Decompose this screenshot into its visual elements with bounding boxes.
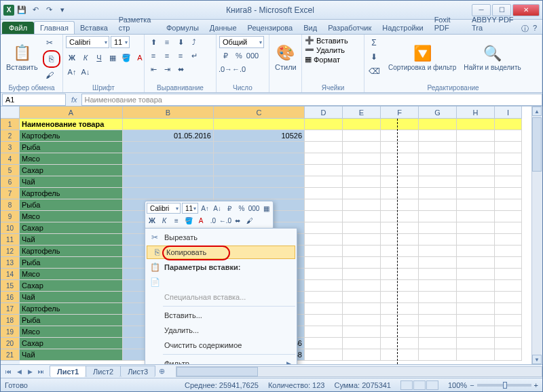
align-center-button[interactable]: ≡ — [161, 50, 173, 62]
cell[interactable] — [495, 292, 522, 303]
cell[interactable] — [495, 130, 522, 142]
mini-fill-color[interactable]: 🪣 — [183, 215, 194, 226]
mini-dec-dec[interactable]: ←.0 — [220, 215, 231, 226]
cell[interactable] — [457, 269, 495, 280]
col-header-F[interactable]: F — [381, 106, 419, 119]
sheet-tab-3[interactable]: Лист3 — [120, 366, 155, 377]
cell[interactable] — [343, 176, 381, 188]
cell[interactable] — [495, 234, 522, 246]
shrink-font-button[interactable]: A↓ — [79, 66, 92, 78]
cell[interactable] — [343, 153, 381, 165]
cell[interactable] — [495, 222, 522, 234]
indent-dec-button[interactable]: ⇤ — [147, 63, 160, 75]
ctx-copy[interactable]: ⎘Копировать — [147, 246, 295, 259]
cell[interactable] — [305, 188, 343, 199]
tab-view[interactable]: Вид — [298, 22, 322, 34]
align-top-button[interactable]: ⬆ — [147, 36, 160, 48]
row-header[interactable]: 17 — [1, 303, 20, 315]
row-header[interactable]: 14 — [1, 269, 20, 280]
mini-inc-dec[interactable]: .0 — [208, 215, 219, 226]
cell[interactable] — [495, 142, 522, 153]
cell[interactable] — [419, 257, 457, 269]
sheet-nav-prev[interactable]: ◀ — [14, 367, 24, 376]
cell[interactable] — [305, 246, 343, 257]
cell[interactable] — [123, 176, 214, 188]
qat-redo[interactable]: ↷ — [43, 4, 55, 16]
sheet-nav-first[interactable]: ⏮ — [3, 367, 13, 376]
formula-bar[interactable]: Наименование товара — [81, 94, 542, 106]
cell[interactable]: 10526 — [214, 130, 305, 142]
indent-inc-button[interactable]: ⇥ — [161, 63, 173, 75]
zoom-in-button[interactable]: + — [534, 381, 538, 389]
row-header[interactable]: 9 — [1, 211, 20, 222]
autosum-button[interactable]: Σ — [367, 36, 381, 50]
col-header-B[interactable]: B — [123, 106, 214, 119]
cell[interactable] — [495, 176, 522, 188]
row-header[interactable]: 18 — [1, 315, 20, 326]
row-header[interactable]: 19 — [1, 326, 20, 338]
sort-filter-button[interactable]: 🔽 Сортировка и фильтр — [386, 36, 459, 79]
row-header[interactable]: 6 — [1, 176, 20, 188]
cell[interactable] — [457, 188, 495, 199]
col-header-A[interactable]: A — [20, 106, 123, 119]
cell[interactable] — [381, 199, 419, 211]
cell[interactable]: Наименование товара — [20, 119, 123, 130]
cell[interactable] — [495, 188, 522, 199]
mini-font-combo[interactable]: Calibri — [147, 203, 181, 214]
cell[interactable]: 01.05.2016 — [123, 130, 214, 142]
ctx-delete[interactable]: Удалить... — [145, 323, 297, 338]
col-header-D[interactable]: D — [305, 106, 343, 119]
cell[interactable] — [419, 142, 457, 153]
cell[interactable] — [419, 165, 457, 176]
cell[interactable] — [419, 280, 457, 292]
mini-border[interactable]: ▦ — [261, 203, 272, 214]
comma-button[interactable]: 000 — [246, 50, 259, 62]
cell[interactable] — [419, 292, 457, 303]
row-header[interactable]: 13 — [1, 257, 20, 269]
cell[interactable]: Сахар — [20, 280, 123, 292]
cell[interactable] — [419, 130, 457, 142]
underline-button[interactable]: Ч — [93, 52, 105, 64]
cell[interactable] — [305, 315, 343, 326]
fill-color-button[interactable]: 🪣 — [120, 52, 132, 64]
merge-button[interactable]: ⬌ — [174, 63, 187, 75]
cell[interactable] — [495, 199, 522, 211]
view-pagebreak-button[interactable] — [426, 380, 438, 390]
cell[interactable]: Чай — [20, 176, 123, 188]
cell[interactable] — [495, 280, 522, 292]
cell[interactable] — [381, 315, 419, 326]
cell[interactable] — [305, 234, 343, 246]
scroll-down-icon[interactable]: ▼ — [532, 355, 542, 364]
mini-shrink-font[interactable]: A↓ — [212, 203, 223, 214]
mini-percent[interactable]: % — [236, 203, 247, 214]
cell[interactable] — [305, 326, 343, 338]
cell[interactable] — [419, 315, 457, 326]
col-header-E[interactable]: E — [343, 106, 381, 119]
col-header-H[interactable]: H — [457, 106, 495, 119]
cell[interactable]: Картофель — [20, 246, 123, 257]
new-sheet-button[interactable]: ⊕ — [155, 367, 169, 376]
cell[interactable] — [381, 292, 419, 303]
cell[interactable] — [457, 119, 495, 130]
row-header[interactable]: 12 — [1, 246, 20, 257]
cell[interactable] — [419, 303, 457, 315]
scroll-thumb[interactable] — [532, 117, 542, 172]
cell[interactable] — [305, 153, 343, 165]
row-header[interactable]: 16 — [1, 292, 20, 303]
cell[interactable] — [457, 257, 495, 269]
sheet-nav-next[interactable]: ▶ — [25, 367, 35, 376]
cell[interactable] — [123, 153, 214, 165]
cell[interactable] — [495, 211, 522, 222]
percent-button[interactable]: % — [233, 50, 245, 62]
cell[interactable] — [343, 338, 381, 349]
cell[interactable] — [381, 222, 419, 234]
help-icon[interactable]: ? — [533, 24, 537, 34]
cell[interactable] — [214, 176, 305, 188]
dec-decimal-button[interactable]: ←.0 — [233, 63, 245, 75]
ctx-clear[interactable]: Очистить содержимое — [145, 338, 297, 353]
mini-align[interactable]: ≡ — [171, 215, 182, 226]
cell[interactable] — [343, 234, 381, 246]
cell[interactable] — [495, 303, 522, 315]
tab-insert[interactable]: Вставка — [75, 22, 113, 34]
row-header[interactable]: 11 — [1, 234, 20, 246]
